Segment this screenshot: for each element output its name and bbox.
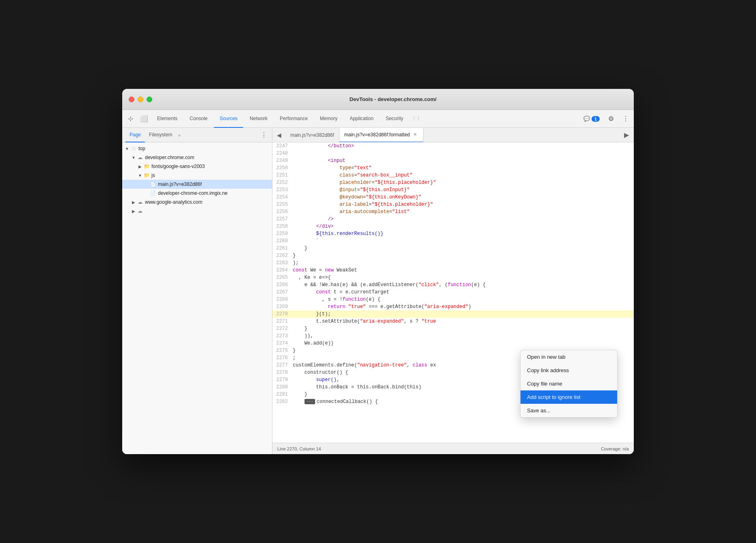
code-tab-bar: ◀ main.js?v=e382d86f main.js?v=e382d86f:… <box>272 128 634 142</box>
code-tab-main-js[interactable]: main.js?v=e382d86f <box>285 128 339 142</box>
settings-icon-btn[interactable]: ⚙ <box>605 112 618 125</box>
context-menu-open-new-tab[interactable]: Open in new tab <box>521 350 617 364</box>
cursor-icon-btn[interactable]: ⊹ <box>124 112 137 125</box>
folder-icon: □ <box>130 145 137 152</box>
close-button[interactable] <box>129 97 134 102</box>
arrow-icon: ▶ <box>130 199 137 205</box>
code-line: 2254 @keydown="${this.onKeyDown}" <box>272 194 634 201</box>
code-line: 2251 class="search-box__input" <box>272 172 634 179</box>
code-line: 2256 aria-autocomplete="list" <box>272 208 634 215</box>
window-title: DevTools - developer.chrome.com/ <box>159 96 627 102</box>
tree-item-analytics[interactable]: ▶ ☁ <box>122 207 272 215</box>
code-line: 2274 We.add(e)) <box>272 340 634 347</box>
close-tab-btn[interactable]: ✕ <box>413 132 418 138</box>
code-panel: ◀ main.js?v=e382d86f main.js?v=e382d86f:… <box>272 128 634 454</box>
tab-console[interactable]: Console <box>184 110 213 128</box>
arrow-icon: ▼ <box>137 172 143 179</box>
code-line: 2271 t.setAttribute("aria-expanded", s ?… <box>272 318 634 325</box>
code-line: 2269 return "true" === e.getAttribute("a… <box>272 303 634 310</box>
code-line: 2255 aria-label="${this.placeholder}" <box>272 201 634 208</box>
sidebar-more-tabs[interactable]: » <box>178 133 180 138</box>
code-line: 2252 placeholder="${this.placeholder}" <box>272 179 634 186</box>
arrow-icon: ▶ <box>137 163 143 170</box>
cloud-icon: ☁ <box>137 154 143 161</box>
main-content: Page Filesystem » ⋮ ▼ □ top <box>122 128 634 454</box>
code-line: 2273 )), <box>272 332 634 340</box>
tab-security[interactable]: Security <box>380 110 409 128</box>
tree-item-main-js[interactable]: ▶ 📄 main.js?v=e382d86f <box>122 180 272 189</box>
sidebar-tab-bar: Page Filesystem » ⋮ <box>122 128 272 142</box>
code-line: 2247 </button> <box>272 142 634 150</box>
sidebar-more-options[interactable]: ⋮ <box>259 130 269 140</box>
arrow-icon: ▼ <box>124 145 130 152</box>
tab-network[interactable]: Network <box>244 110 273 128</box>
code-tab-formatted[interactable]: main.js?v=e382d86f:formatted ✕ <box>339 128 423 142</box>
message-badge[interactable]: 💬 1 <box>580 116 603 122</box>
collapse-panel-btn[interactable]: ▶ <box>619 128 634 142</box>
code-line: 2272 } <box>272 325 634 332</box>
arrow-icon: ▶ <box>130 208 137 214</box>
code-line: 2266 e && !We.has(e) && (e.addEventListe… <box>272 281 634 289</box>
tab-memory[interactable]: Memory <box>314 110 343 128</box>
cursor-position: Line 2270, Column 14 <box>277 446 321 451</box>
code-line: 2259 ${this.renderResults()} <box>272 230 634 237</box>
cloud-icon: ☁ <box>137 199 143 205</box>
code-line: 2267 const t = e.currentTarget <box>272 289 634 296</box>
code-line: 2253 @input="${this.onInput}" <box>272 186 634 194</box>
context-menu-copy-link[interactable]: Copy link address <box>521 364 617 377</box>
status-bar: Line 2270, Column 14 Coverage: n/a <box>272 443 634 454</box>
tab-elements[interactable]: Elements <box>151 110 183 128</box>
code-line: 2263 ); <box>272 259 634 267</box>
devtools-body: ⊹ ⬜ Elements Console Sources Network Per… <box>122 110 634 454</box>
code-line: 2250 type="text" <box>272 164 634 172</box>
main-tab-bar: ⊹ ⬜ Elements Console Sources Network Per… <box>122 110 634 128</box>
sidebar-tree: ▼ □ top ▼ ☁ developer.chrome.com ▶ 📁 <box>122 142 272 454</box>
context-menu-copy-filename[interactable]: Copy file name <box>521 377 617 390</box>
coverage-status: Coverage: n/a <box>601 446 629 451</box>
more-tabs-btn[interactable]: ⋮⋮ <box>410 112 423 125</box>
sidebar: Page Filesystem » ⋮ ▼ □ top <box>122 128 272 454</box>
code-line: 2260 ` <box>272 237 634 245</box>
toggle-sidebar-btn[interactable]: ◀ <box>272 129 285 142</box>
tab-sources[interactable]: Sources <box>214 110 243 128</box>
file-icon: 📄 <box>150 190 156 196</box>
code-line: 2265 , Ke = e=>{ <box>272 274 634 281</box>
tab-bar-right: 💬 1 ⚙ ⋮ <box>580 112 632 125</box>
code-line: 2264 const We = new WeakSet <box>272 267 634 274</box>
cloud-icon: ☁ <box>137 208 143 214</box>
folder-icon: 📁 <box>143 172 150 179</box>
tab-bar-left: ⊹ ⬜ Elements Console Sources Network Per… <box>124 110 423 128</box>
code-line: 2248 <box>272 150 634 157</box>
title-bar: DevTools - developer.chrome.com/ <box>122 89 634 110</box>
code-line: 2258 </div> <box>272 223 634 230</box>
sidebar-tab-page[interactable]: Page <box>125 128 145 142</box>
code-line: 2262 } <box>272 252 634 259</box>
tree-item-index[interactable]: ▶ 📄 developer-chrome-com.imgix.ne <box>122 189 272 198</box>
device-icon-btn[interactable]: ⬜ <box>138 112 151 125</box>
context-menu-save-as[interactable]: Save as... <box>521 404 617 417</box>
tab-performance[interactable]: Performance <box>274 110 313 128</box>
code-line: 2257 /> <box>272 215 634 223</box>
context-menu-add-ignore[interactable]: Add script to ignore list <box>521 390 617 404</box>
sidebar-tab-filesystem[interactable]: Filesystem <box>145 128 176 142</box>
code-line: 2261 } <box>272 245 634 252</box>
tab-application[interactable]: Application <box>344 110 379 128</box>
badge-count: 1 <box>592 116 600 122</box>
context-menu: Open in new tab Copy link address Copy f… <box>520 350 618 418</box>
tree-item-js-folder[interactable]: ▼ 📁 js <box>122 171 272 180</box>
js-file-icon: 📄 <box>150 181 156 187</box>
devtools-window: DevTools - developer.chrome.com/ ⊹ ⬜ Ele… <box>122 89 634 454</box>
code-line-highlighted: 2270 }(t); <box>272 310 634 318</box>
tree-item-developer-chrome[interactable]: ▼ ☁ developer.chrome.com <box>122 153 272 162</box>
minimize-button[interactable] <box>138 97 143 102</box>
code-line: 2268 , s = !function(e) { <box>272 296 634 303</box>
more-options-btn[interactable]: ⋮ <box>619 112 632 125</box>
tree-item-imgix[interactable]: ▶ ☁ www.google-analytics.com <box>122 198 272 207</box>
code-line: 2249 <input <box>272 157 634 164</box>
tree-item-fonts[interactable]: ▶ 📁 fonts/google-sans-v2003 <box>122 162 272 171</box>
maximize-button[interactable] <box>147 97 152 102</box>
traffic-lights <box>129 97 152 102</box>
tree-item-top[interactable]: ▼ □ top <box>122 144 272 153</box>
folder-icon: 📁 <box>143 163 150 170</box>
arrow-icon: ▼ <box>130 154 137 161</box>
